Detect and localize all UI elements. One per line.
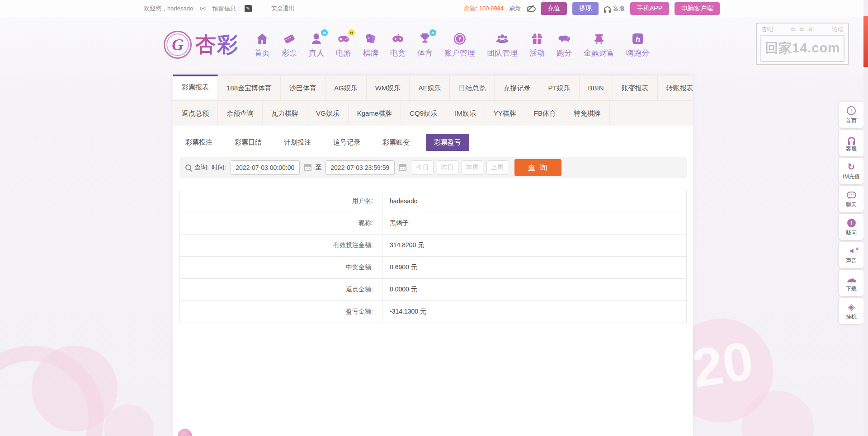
mail-icon[interactable]: ✉ — [200, 5, 206, 13]
time-label: 时间: — [212, 164, 226, 172]
headset-icon — [848, 133, 855, 145]
rail-item-7[interactable]: 挂机 — [839, 298, 863, 324]
pc-client-button[interactable]: 电脑客户端 — [675, 2, 720, 15]
decor-circle — [741, 391, 814, 436]
exclaim-icon — [847, 217, 856, 229]
report-tab-9[interactable]: BBIN — [580, 75, 613, 100]
profit-row-value: 0.6900 元 — [382, 257, 687, 279]
quick-range-button-1[interactable]: 昨日 — [437, 160, 458, 175]
nav-item-rhino[interactable]: 跑分 — [551, 31, 578, 58]
nav-item-egame-gamepad[interactable]: H电游 — [330, 31, 357, 58]
subtab-2[interactable]: 计划投注 — [278, 134, 317, 151]
report-tab-r2-0[interactable]: 返点总额 — [173, 101, 218, 126]
im-recharge-icon-shape — [848, 161, 855, 172]
nav-item-ding[interactable]: 金鼎财富 — [578, 31, 620, 58]
site-logo[interactable]: G 杏彩 — [164, 31, 239, 59]
welcome-text: 欢迎您，hadesado — [144, 5, 193, 13]
nav-item-label: 棋牌 — [363, 48, 378, 58]
report-tab-8[interactable]: PT娱乐 — [539, 75, 579, 100]
right-rail: 首页客服IM充值聊天疑问声音下载挂机 — [839, 102, 864, 324]
start-date-input[interactable] — [231, 160, 300, 175]
report-tab-6[interactable]: 日结总览 — [450, 75, 495, 100]
report-tab-2[interactable]: 沙巴体育 — [281, 75, 326, 100]
rail-item-1[interactable]: 客服 — [839, 130, 863, 156]
report-tab-r2-2[interactable]: 瓦力棋牌 — [263, 101, 307, 126]
report-tab-7[interactable]: 充提记录 — [495, 75, 539, 100]
subtab-0[interactable]: 彩票投注 — [179, 134, 218, 151]
report-tab-4[interactable]: WM娱乐 — [367, 75, 410, 100]
rail-item-6[interactable]: 下载 — [839, 270, 863, 296]
rail-item-label: 声音 — [846, 257, 857, 265]
query-submit-button[interactable]: 查 询 — [514, 159, 561, 176]
report-tab-1[interactable]: 188金宝博体育 — [218, 75, 281, 100]
report-tab-r2-8[interactable]: FB体育 — [525, 101, 565, 126]
nav-badge-n: N — [429, 29, 436, 36]
report-tab-r2-3[interactable]: VG娱乐 — [307, 101, 349, 126]
report-tab-r2-7[interactable]: YY棋牌 — [485, 101, 525, 126]
rail-item-4[interactable]: 疑问 — [839, 214, 863, 240]
live-person-icon: N — [309, 31, 324, 47]
refresh-link[interactable]: 刷新 — [509, 5, 521, 13]
scrollbar-thumb[interactable] — [863, 16, 868, 67]
subtab-4[interactable]: 彩票账变 — [377, 134, 415, 151]
nav-item-cards[interactable]: 棋牌 — [357, 31, 384, 58]
profit-row-3: 中奖金额:0.6900 元 — [180, 257, 687, 279]
nav-item-h-square[interactable]: h嗨跑分 — [620, 31, 655, 58]
rail-item-2[interactable]: IM充值 — [839, 158, 863, 184]
end-date-input[interactable] — [326, 160, 395, 175]
nav-item-gift[interactable]: 活动 — [524, 31, 551, 58]
deposit-button[interactable]: 充值 — [541, 2, 567, 15]
nav-item-home[interactable]: 首页 — [249, 31, 276, 58]
report-panel: 彩票报表188金宝博体育沙巴体育AG娱乐WM娱乐AE娱乐日结总览充提记录PT娱乐… — [173, 75, 693, 436]
subtab-1[interactable]: 彩票日结 — [229, 134, 268, 151]
rail-item-label: 首页 — [846, 117, 857, 125]
calendar-icon[interactable] — [304, 164, 311, 171]
calendar-icon[interactable] — [399, 164, 406, 171]
report-tab-r2-6[interactable]: IM娱乐 — [446, 101, 485, 126]
report-tab-r2-9[interactable]: 特免棋牌 — [565, 101, 610, 126]
watermark-left: 杏吧 — [761, 25, 773, 33]
edit-pencil-icon[interactable]: ✎ — [245, 5, 252, 12]
rail-item-3[interactable]: 聊天 — [839, 186, 863, 212]
withdraw-button[interactable]: 提现 — [572, 2, 599, 15]
report-tab-r2-1[interactable]: 余额查询 — [218, 101, 263, 126]
page-scrollbar — [863, 0, 868, 436]
report-tab-11[interactable]: 转账报表 — [658, 75, 693, 100]
rail-item-5[interactable]: 声音 — [839, 242, 863, 268]
site-header: G 杏彩 首页彩票N真人H电游棋牌电竞N体育¥账户管理团队管理活动跑分金鼎财富h… — [0, 17, 868, 72]
nav-item-esports-gamepad[interactable]: 电竞 — [384, 31, 411, 58]
report-tab-0[interactable]: 彩票报表 — [173, 75, 218, 99]
rail-item-0[interactable]: 首页 — [839, 102, 863, 128]
sound-mute-icon-shape — [848, 247, 855, 254]
nav-badge-n: N — [321, 29, 328, 36]
mobile-app-button[interactable]: 手机APP — [630, 2, 669, 15]
profit-row-label: 有效投注金额: — [180, 234, 382, 257]
logout-link[interactable]: 安全退出 — [271, 5, 295, 13]
report-tab-r2-5[interactable]: CQ9娱乐 — [401, 101, 446, 126]
report-tab-10[interactable]: 账变报表 — [613, 75, 658, 100]
nav-item-lottery-ticket[interactable]: 彩票 — [276, 31, 303, 58]
svg-text:¥: ¥ — [458, 36, 462, 42]
nav-item-team-people[interactable]: 团队管理 — [481, 31, 524, 58]
nav-item-label: 电竞 — [390, 48, 406, 58]
nav-item-live-person[interactable]: N真人 — [303, 31, 330, 58]
quick-range-button-3[interactable]: 上周 — [486, 160, 508, 175]
rail-item-label: 下载 — [846, 285, 857, 293]
cards-icon — [363, 31, 378, 47]
nav-item-account-coin[interactable]: ¥账户管理 — [439, 31, 481, 58]
nav-item-sports-trophy[interactable]: N体育 — [411, 31, 439, 58]
report-tab-3[interactable]: AG娱乐 — [326, 75, 367, 100]
nav-item-label: 体育 — [417, 48, 433, 58]
quick-range-button-0[interactable]: 今日 — [412, 160, 434, 175]
topbar: 欢迎您，hadesado ✉ 预留信息： ✎ 安全退出 余额: 100.6934… — [0, 0, 868, 17]
eye-slash-icon[interactable] — [526, 5, 535, 11]
quick-range-button-2[interactable]: 本周 — [462, 160, 483, 175]
customer-service-link[interactable]: 客服 — [604, 5, 625, 13]
report-tab-r2-4[interactable]: Kgame棋牌 — [349, 101, 401, 126]
team-people-icon — [495, 31, 510, 47]
profit-row-4: 返点金额:0.0000 元 — [180, 279, 687, 301]
subtab-5[interactable]: 彩票盈亏 — [426, 134, 469, 151]
report-tab-5[interactable]: AE娱乐 — [410, 75, 450, 100]
subtab-3[interactable]: 追号记录 — [327, 134, 366, 151]
profit-table: 用户名:hadesado昵称:黑蝎子有效投注金额:314.8200 元中奖金额:… — [179, 190, 687, 323]
